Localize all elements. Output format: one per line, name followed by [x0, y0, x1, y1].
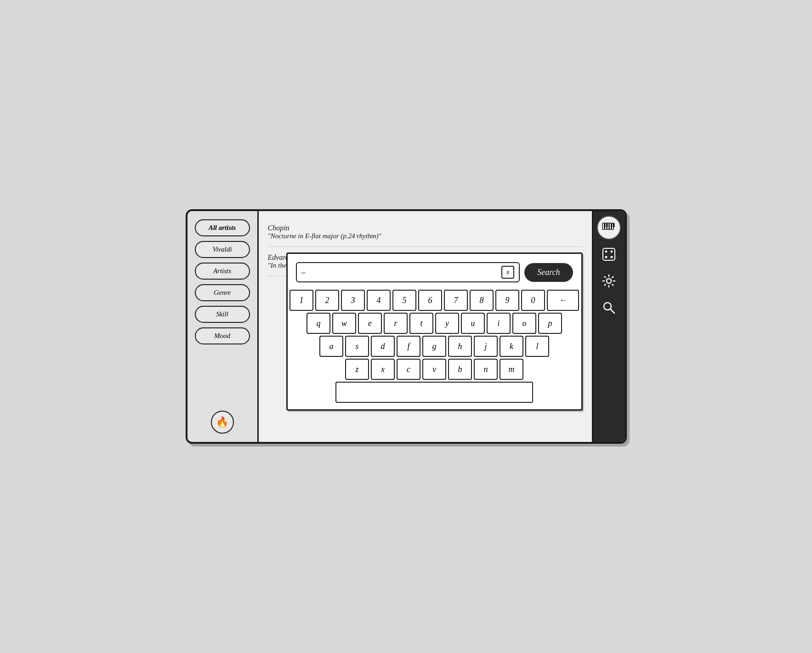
svg-point-14 [607, 279, 611, 283]
song-title: "Nocturne in E-flat major (p.24 rhythm)" [268, 232, 583, 240]
key-d[interactable]: d [371, 336, 395, 357]
key-l[interactable]: l [525, 336, 549, 357]
keyboard: 1 2 3 4 5 6 7 8 9 0 ← q w e r [296, 290, 573, 403]
key-r[interactable]: r [384, 313, 408, 334]
svg-rect-7 [611, 223, 613, 227]
key-g[interactable]: g [422, 336, 446, 357]
key-a[interactable]: a [319, 336, 343, 357]
key-i[interactable]: i [487, 313, 511, 334]
song-artist: Chopin [268, 224, 583, 232]
key-9[interactable]: 9 [495, 290, 519, 311]
dice-button[interactable] [597, 242, 621, 266]
sidebar-mood[interactable]: Mood [195, 327, 250, 344]
search-icon [602, 301, 616, 315]
key-t[interactable]: t [409, 313, 433, 334]
search-bar: – x Search [296, 262, 573, 282]
key-row-zxcv: z x c v b n m [345, 359, 523, 380]
svg-line-16 [610, 309, 614, 313]
key-row-asdf: a s d f g h j k l [319, 336, 549, 357]
key-e[interactable]: e [358, 313, 382, 334]
piano-icon [602, 221, 616, 235]
main-content: Chopin "Nocturne in E-flat major (p.24 r… [259, 211, 592, 442]
svg-rect-9 [603, 248, 615, 260]
key-backspace[interactable]: ← [547, 290, 579, 311]
gear-icon [602, 274, 616, 288]
search-input[interactable]: – [301, 268, 502, 277]
dice-icon [602, 247, 616, 261]
search-input-wrap: – x [296, 262, 520, 282]
sidebar-genre[interactable]: Genre [195, 284, 250, 301]
key-z[interactable]: z [345, 359, 369, 380]
song-item-chopin: Chopin "Nocturne in E-flat major (p.24 r… [268, 218, 583, 247]
key-n[interactable]: n [474, 359, 498, 380]
key-h[interactable]: h [448, 336, 472, 357]
key-2[interactable]: 2 [315, 290, 339, 311]
key-7[interactable]: 7 [444, 290, 468, 311]
sidebar-skill[interactable]: Skill [195, 306, 250, 323]
key-k[interactable]: k [500, 336, 523, 357]
key-0[interactable]: 0 [521, 290, 545, 311]
sidebar-all-artists[interactable]: All artists [195, 219, 250, 236]
key-5[interactable]: 5 [392, 290, 416, 311]
svg-rect-5 [604, 223, 606, 227]
key-s[interactable]: s [345, 336, 369, 357]
key-f[interactable]: f [397, 336, 420, 357]
settings-button[interactable] [597, 269, 621, 293]
keyboard-overlay: – x Search 1 2 3 4 5 6 7 8 9 0 [286, 252, 583, 411]
key-o[interactable]: o [512, 313, 536, 334]
key-b[interactable]: b [448, 359, 472, 380]
key-c[interactable]: c [397, 359, 420, 380]
svg-point-13 [611, 256, 613, 258]
key-row-space [335, 382, 533, 403]
piano-button[interactable] [597, 216, 621, 240]
search-toolbar-button[interactable] [597, 296, 621, 320]
device-frame: All artists Vivaldi Artists Genre Skill … [186, 209, 627, 444]
svg-rect-6 [606, 223, 608, 227]
right-toolbar [592, 211, 625, 442]
key-8[interactable]: 8 [470, 290, 494, 311]
key-row-numbers: 1 2 3 4 5 6 7 8 9 0 ← [290, 290, 579, 311]
key-y[interactable]: y [435, 313, 459, 334]
sidebar-artists[interactable]: Artists [195, 263, 250, 280]
key-6[interactable]: 6 [418, 290, 442, 311]
svg-point-12 [605, 256, 608, 258]
key-m[interactable]: m [500, 359, 523, 380]
key-3[interactable]: 3 [341, 290, 365, 311]
sidebar: All artists Vivaldi Artists Genre Skill … [187, 211, 259, 442]
fire-button[interactable]: 🔥 [211, 411, 234, 434]
sidebar-vivaldi[interactable]: Vivaldi [195, 241, 250, 258]
key-u[interactable]: u [461, 313, 485, 334]
key-row-qwerty: q w e r t y u i o p [307, 313, 562, 334]
key-j[interactable]: j [474, 336, 498, 357]
search-button[interactable]: Search [524, 263, 573, 282]
key-space[interactable] [335, 382, 533, 403]
key-x[interactable]: x [371, 359, 395, 380]
key-4[interactable]: 4 [367, 290, 391, 311]
svg-point-10 [605, 251, 608, 253]
key-w[interactable]: w [332, 313, 356, 334]
svg-point-11 [611, 251, 613, 253]
clear-button[interactable]: x [501, 266, 514, 279]
svg-rect-8 [613, 223, 615, 227]
key-1[interactable]: 1 [290, 290, 313, 311]
key-p[interactable]: p [538, 313, 562, 334]
key-v[interactable]: v [422, 359, 446, 380]
key-q[interactable]: q [307, 313, 330, 334]
